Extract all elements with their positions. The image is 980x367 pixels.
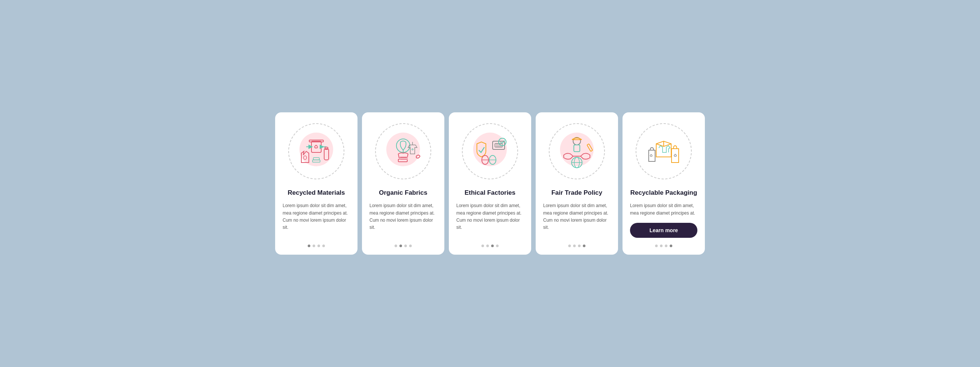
- card-body: Lorem ipsum dolor sit dim amet, mea regi…: [630, 202, 697, 217]
- dot-2: [660, 244, 663, 247]
- card-body: Lorem ipsum dolor sit dim amet, mea regi…: [283, 202, 350, 238]
- dot-3: [404, 244, 407, 247]
- card-title: Ethical Factories: [456, 189, 524, 197]
- dots-row: [481, 244, 499, 247]
- svg-rect-33: [587, 144, 593, 151]
- dot-1: [481, 244, 484, 247]
- illustration-packaging: ♻ ♻: [634, 121, 694, 181]
- card-body: Lorem ipsum dolor sit dim amet, mea regi…: [543, 202, 611, 238]
- dot-1: [568, 244, 571, 247]
- dot-2: [399, 244, 402, 247]
- fairtrade-icon: [552, 127, 601, 176]
- card-body: Lorem ipsum dolor sit dim amet, mea regi…: [456, 202, 524, 238]
- illustration-ethical: [460, 121, 520, 181]
- ethical-icon: [466, 127, 514, 176]
- svg-rect-5: [324, 149, 329, 160]
- card-title: Organic Fabrics: [369, 189, 437, 197]
- dot-4: [409, 244, 412, 247]
- card-ethical-factories: Ethical Factories Lorem ipsum dolor sit …: [449, 112, 531, 254]
- dot-3: [578, 244, 581, 247]
- dots-row: [308, 244, 325, 247]
- svg-text:♻: ♻: [673, 153, 677, 158]
- card-organic-fabrics: Organic Fabrics Lorem ipsum dolor sit di…: [362, 112, 444, 254]
- dots-row: [568, 244, 585, 247]
- dot-2: [313, 244, 315, 247]
- card-fair-trade-policy: Fair Trade Policy Lorem ipsum dolor sit …: [536, 112, 618, 254]
- svg-rect-9: [313, 158, 319, 160]
- dot-4: [583, 244, 585, 247]
- card-body: Lorem ipsum dolor sit dim amet, mea regi…: [369, 202, 437, 238]
- dot-1: [395, 244, 397, 247]
- dot-3: [665, 244, 667, 247]
- dot-1: [308, 244, 310, 247]
- organic-icon: [379, 127, 428, 176]
- svg-text:♻: ♻: [649, 153, 653, 158]
- dots-row: [395, 244, 412, 247]
- svg-text:♻: ♻: [314, 144, 318, 150]
- card-recyclable-packaging: ♻ ♻ Recyclable Packaging Lorem ipsum dol…: [622, 112, 705, 254]
- illustration-fairtrade: [547, 121, 607, 181]
- card-title: Fair Trade Policy: [543, 189, 611, 197]
- svg-rect-28: [574, 145, 580, 152]
- dot-2: [573, 244, 576, 247]
- dot-4: [322, 244, 325, 247]
- svg-point-7: [304, 156, 307, 160]
- card-title: Recyclable Packaging: [630, 189, 697, 197]
- recycled-icon: ♻: [292, 127, 340, 176]
- dot-4: [496, 244, 499, 247]
- dot-3: [491, 244, 494, 247]
- illustration-organic: [373, 121, 433, 181]
- illustration-recycled: ♻: [286, 121, 346, 181]
- cards-container: ♻: [275, 112, 705, 254]
- packaging-icon: ♻ ♻: [640, 127, 688, 176]
- learn-more-button[interactable]: Learn more: [630, 223, 697, 238]
- dot-1: [655, 244, 658, 247]
- card-recycled-materials: ♻: [275, 112, 358, 254]
- dot-2: [486, 244, 489, 247]
- card-title: Recycled Materials: [283, 189, 350, 197]
- svg-rect-8: [313, 160, 320, 162]
- dot-3: [317, 244, 320, 247]
- dots-row: [655, 244, 672, 247]
- dot-4: [670, 244, 672, 247]
